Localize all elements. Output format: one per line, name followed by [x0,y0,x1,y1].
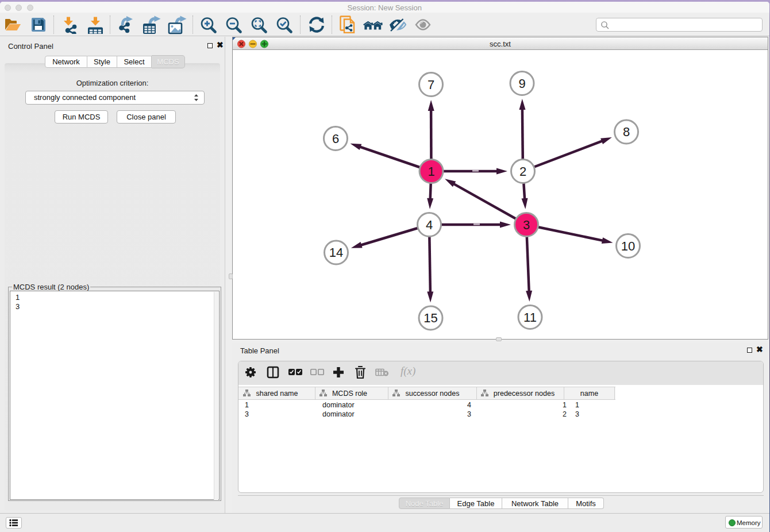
svg-text:1: 1 [428,164,434,179]
svg-text:4: 4 [426,218,433,232]
svg-text:10: 10 [621,239,635,253]
svg-text:11: 11 [523,310,537,325]
svg-text:15: 15 [424,311,437,325]
svg-text:14: 14 [329,245,343,260]
svg-text:2: 2 [519,164,526,179]
svg-text:8: 8 [623,125,630,139]
svg-text:3: 3 [523,218,530,232]
svg-text:9: 9 [518,76,525,91]
svg-text:7: 7 [428,78,434,92]
svg-text:6: 6 [332,132,339,146]
